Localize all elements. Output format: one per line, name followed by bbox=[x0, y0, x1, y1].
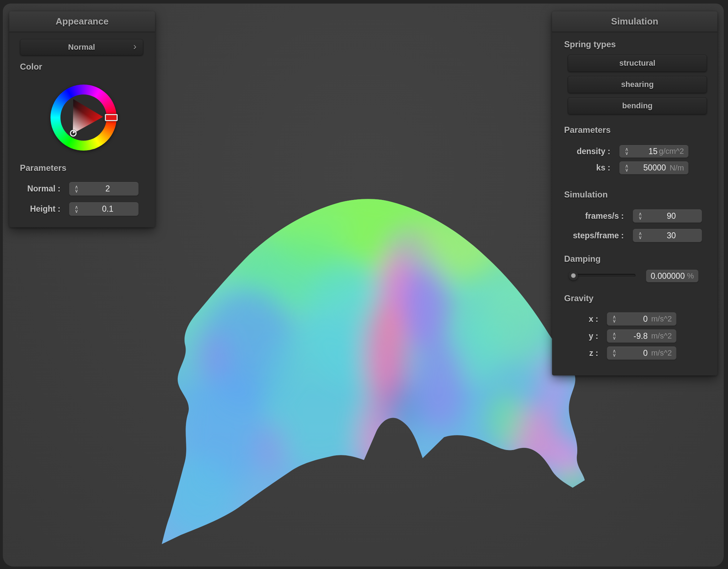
ks-label: ks : bbox=[564, 161, 610, 174]
damping-slider-handle[interactable] bbox=[569, 271, 578, 280]
spinner-down-icon: ∨ bbox=[625, 168, 628, 172]
appearance-panel: Appearance Normal › Color bbox=[9, 11, 155, 227]
gravity-x-field[interactable]: ∧ ∨ 0 m/s^2 bbox=[607, 312, 676, 326]
frames-per-second-value: 90 bbox=[645, 211, 697, 221]
density-unit: g/cm^2 bbox=[659, 147, 684, 156]
density-field[interactable]: ∧ ∨ 15 g/cm^2 bbox=[619, 145, 689, 158]
density-value: 15 bbox=[632, 147, 658, 156]
appearance-parameters-label: Parameters bbox=[20, 163, 66, 173]
gravity-y-value: -9.8 bbox=[619, 331, 648, 341]
spring-bending-label: bending bbox=[622, 101, 653, 110]
height-amount-field[interactable]: ∧ ∨ 0.1 bbox=[69, 202, 139, 216]
spinner-control[interactable]: ∧ ∨ bbox=[622, 147, 632, 155]
spring-shearing-label: shearing bbox=[621, 80, 654, 89]
cloth-3d-viewport[interactable]: Appearance Normal › Color bbox=[3, 4, 724, 567]
normal-amount-value: 2 bbox=[81, 184, 134, 194]
damping-label: Damping bbox=[564, 254, 601, 264]
spinner-control[interactable]: ∧ ∨ bbox=[609, 349, 619, 357]
spinner-control[interactable]: ∧ ∨ bbox=[635, 212, 645, 220]
shader-dropdown-button[interactable]: Normal › bbox=[20, 39, 143, 55]
shader-dropdown-label: Normal bbox=[68, 43, 95, 52]
spinner-control[interactable]: ∧ ∨ bbox=[609, 315, 619, 323]
frames-per-second-field[interactable]: ∧ ∨ 90 bbox=[633, 209, 702, 223]
simulation-panel-title: Simulation bbox=[611, 16, 658, 27]
spinner-control[interactable]: ∧ ∨ bbox=[71, 205, 81, 213]
height-amount-value: 0.1 bbox=[81, 204, 134, 214]
spinner-down-icon: ∨ bbox=[75, 189, 78, 193]
gravity-y-label: y : bbox=[564, 329, 598, 343]
spring-types-label: Spring types bbox=[564, 39, 616, 49]
spring-structural-button[interactable]: structural bbox=[568, 55, 707, 72]
spinner-control[interactable]: ∧ ∨ bbox=[609, 332, 619, 340]
color-section-label: Color bbox=[20, 62, 42, 72]
steps-per-frame-field[interactable]: ∧ ∨ 30 bbox=[633, 229, 702, 242]
gravity-y-unit: m/s^2 bbox=[651, 331, 672, 341]
frames-per-second-label: frames/s : bbox=[564, 209, 624, 223]
spring-structural-label: structural bbox=[619, 59, 655, 67]
spinner-down-icon: ∨ bbox=[638, 216, 642, 220]
gravity-x-unit: m/s^2 bbox=[651, 314, 672, 324]
damping-value-field[interactable]: 0.000000 % bbox=[646, 270, 698, 282]
spring-shearing-button[interactable]: shearing bbox=[568, 76, 707, 93]
chevron-right-icon: › bbox=[133, 39, 136, 54]
normal-amount-field[interactable]: ∧ ∨ 2 bbox=[69, 182, 139, 196]
gravity-z-field[interactable]: ∧ ∨ 0 m/s^2 bbox=[607, 346, 676, 360]
sim-simulation-label: Simulation bbox=[564, 190, 608, 200]
gravity-y-field[interactable]: ∧ ∨ -9.8 m/s^2 bbox=[607, 329, 676, 343]
hue-marker[interactable] bbox=[105, 114, 118, 121]
ks-value: 50000 bbox=[632, 163, 666, 173]
gravity-x-value: 0 bbox=[619, 314, 648, 324]
appearance-panel-header[interactable]: Appearance bbox=[9, 11, 155, 32]
spinner-down-icon: ∨ bbox=[612, 353, 616, 357]
gravity-z-label: z : bbox=[564, 346, 598, 360]
height-amount-label: Height : bbox=[12, 202, 60, 216]
steps-per-frame-value: 30 bbox=[645, 231, 697, 240]
spinner-down-icon: ∨ bbox=[638, 235, 642, 239]
spinner-control[interactable]: ∧ ∨ bbox=[635, 232, 645, 239]
spinner-control[interactable]: ∧ ∨ bbox=[622, 164, 632, 172]
spinner-down-icon: ∨ bbox=[612, 336, 616, 340]
spring-bending-button[interactable]: bending bbox=[568, 97, 707, 114]
gravity-z-unit: m/s^2 bbox=[651, 348, 672, 358]
sim-parameters-label: Parameters bbox=[564, 125, 611, 135]
spinner-down-icon: ∨ bbox=[612, 319, 616, 323]
density-label: density : bbox=[564, 145, 610, 158]
spinner-down-icon: ∨ bbox=[625, 151, 628, 155]
damping-value: 0.000000 bbox=[650, 271, 685, 281]
steps-per-frame-label: steps/frame : bbox=[564, 229, 624, 242]
damping-unit: % bbox=[687, 271, 694, 281]
damping-slider-track[interactable] bbox=[569, 274, 636, 277]
ks-unit: N/m bbox=[670, 163, 684, 173]
spinner-control[interactable]: ∧ ∨ bbox=[71, 185, 81, 193]
gravity-x-label: x : bbox=[564, 312, 598, 326]
simulation-panel-header[interactable]: Simulation bbox=[552, 11, 717, 32]
spinner-down-icon: ∨ bbox=[75, 209, 78, 213]
gravity-z-value: 0 bbox=[619, 348, 648, 358]
ks-field[interactable]: ∧ ∨ 50000 N/m bbox=[619, 161, 689, 174]
appearance-panel-title: Appearance bbox=[56, 16, 109, 27]
simulation-panel: Simulation Spring types structural shear… bbox=[552, 11, 717, 375]
gravity-label: Gravity bbox=[564, 293, 594, 303]
normal-amount-label: Normal : bbox=[12, 182, 60, 196]
